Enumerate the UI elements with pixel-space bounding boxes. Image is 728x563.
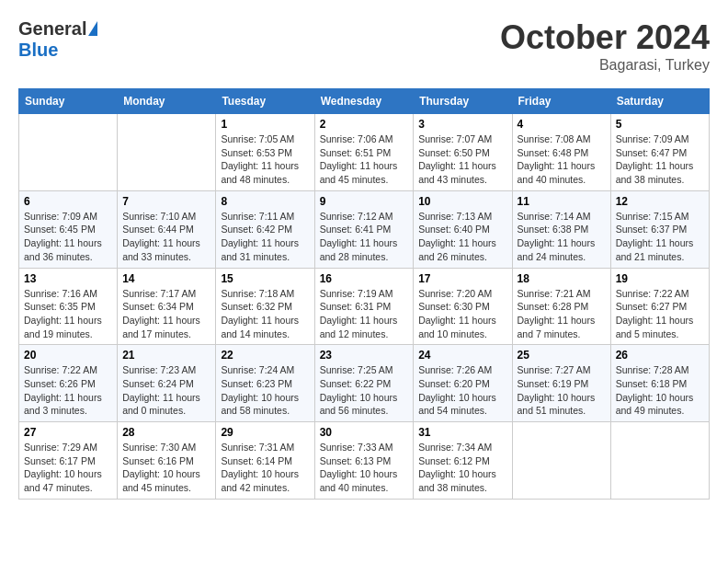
day-number: 8 (221, 195, 309, 208)
calendar-cell: 26Sunrise: 7:28 AM Sunset: 6:18 PM Dayli… (610, 345, 709, 422)
day-info: Sunrise: 7:27 AM Sunset: 6:19 PM Dayligh… (518, 363, 606, 418)
day-number: 3 (418, 118, 506, 131)
day-info: Sunrise: 7:21 AM Sunset: 6:28 PM Dayligh… (518, 287, 606, 341)
day-number: 17 (418, 272, 506, 285)
day-number: 22 (221, 349, 309, 362)
day-number: 29 (221, 426, 309, 439)
day-info: Sunrise: 7:24 AM Sunset: 6:23 PM Dayligh… (221, 363, 309, 418)
logo: General Blue (18, 18, 97, 61)
header-tuesday: Tuesday (216, 89, 314, 114)
day-number: 13 (24, 272, 112, 285)
calendar-cell: 5Sunrise: 7:09 AM Sunset: 6:47 PM Daylig… (610, 114, 709, 191)
day-info: Sunrise: 7:23 AM Sunset: 6:24 PM Dayligh… (122, 363, 210, 418)
day-info: Sunrise: 7:09 AM Sunset: 6:45 PM Dayligh… (24, 210, 112, 264)
day-number: 5 (616, 118, 704, 131)
day-number: 6 (24, 195, 112, 208)
location-text: Bagarasi, Turkey (500, 57, 710, 74)
calendar-week-row: 13Sunrise: 7:16 AM Sunset: 6:35 PM Dayli… (19, 268, 710, 345)
day-info: Sunrise: 7:05 AM Sunset: 6:53 PM Dayligh… (221, 132, 309, 187)
day-number: 15 (221, 272, 309, 285)
day-info: Sunrise: 7:29 AM Sunset: 6:17 PM Dayligh… (24, 441, 112, 495)
day-info: Sunrise: 7:22 AM Sunset: 6:27 PM Dayligh… (616, 287, 704, 341)
calendar-cell: 4Sunrise: 7:08 AM Sunset: 6:48 PM Daylig… (512, 114, 610, 191)
calendar-header-row: SundayMondayTuesdayWednesdayThursdayFrid… (19, 89, 710, 114)
calendar-week-row: 20Sunrise: 7:22 AM Sunset: 6:26 PM Dayli… (19, 345, 710, 422)
day-info: Sunrise: 7:15 AM Sunset: 6:37 PM Dayligh… (616, 210, 704, 264)
calendar-cell: 23Sunrise: 7:25 AM Sunset: 6:22 PM Dayli… (314, 345, 414, 422)
day-info: Sunrise: 7:14 AM Sunset: 6:38 PM Dayligh… (518, 210, 606, 264)
day-info: Sunrise: 7:16 AM Sunset: 6:35 PM Dayligh… (24, 287, 112, 341)
day-info: Sunrise: 7:33 AM Sunset: 6:13 PM Dayligh… (320, 441, 409, 495)
title-block: October 2024 Bagarasi, Turkey (500, 18, 710, 74)
day-info: Sunrise: 7:12 AM Sunset: 6:41 PM Dayligh… (320, 210, 409, 264)
calendar-cell: 7Sunrise: 7:10 AM Sunset: 6:44 PM Daylig… (118, 190, 216, 268)
header-saturday: Saturday (610, 89, 709, 114)
logo-blue-text: Blue (18, 40, 58, 61)
calendar-cell: 30Sunrise: 7:33 AM Sunset: 6:13 PM Dayli… (314, 422, 414, 500)
header-monday: Monday (118, 89, 216, 114)
calendar-cell: 1Sunrise: 7:05 AM Sunset: 6:53 PM Daylig… (216, 114, 314, 191)
calendar-cell: 9Sunrise: 7:12 AM Sunset: 6:41 PM Daylig… (314, 190, 414, 268)
calendar-cell: 21Sunrise: 7:23 AM Sunset: 6:24 PM Dayli… (118, 345, 216, 422)
logo-triangle-icon (88, 21, 97, 36)
calendar-cell: 17Sunrise: 7:20 AM Sunset: 6:30 PM Dayli… (414, 268, 512, 345)
calendar-cell: 25Sunrise: 7:27 AM Sunset: 6:19 PM Dayli… (512, 345, 610, 422)
day-info: Sunrise: 7:25 AM Sunset: 6:22 PM Dayligh… (320, 363, 409, 418)
day-number: 31 (418, 426, 506, 439)
calendar-cell: 31Sunrise: 7:34 AM Sunset: 6:12 PM Dayli… (414, 422, 512, 500)
calendar-cell: 22Sunrise: 7:24 AM Sunset: 6:23 PM Dayli… (216, 345, 314, 422)
calendar-cell (19, 114, 118, 191)
day-number: 11 (518, 195, 606, 208)
day-number: 25 (518, 349, 606, 362)
header-wednesday: Wednesday (314, 89, 414, 114)
day-info: Sunrise: 7:06 AM Sunset: 6:51 PM Dayligh… (320, 132, 409, 187)
day-number: 27 (24, 426, 112, 439)
month-title: October 2024 (500, 18, 710, 57)
day-number: 24 (418, 349, 506, 362)
day-info: Sunrise: 7:08 AM Sunset: 6:48 PM Dayligh… (518, 132, 606, 187)
day-number: 30 (320, 426, 409, 439)
day-info: Sunrise: 7:09 AM Sunset: 6:47 PM Dayligh… (616, 132, 704, 187)
calendar-cell: 11Sunrise: 7:14 AM Sunset: 6:38 PM Dayli… (512, 190, 610, 268)
day-number: 12 (616, 195, 704, 208)
calendar-cell: 3Sunrise: 7:07 AM Sunset: 6:50 PM Daylig… (414, 114, 512, 191)
day-info: Sunrise: 7:17 AM Sunset: 6:34 PM Dayligh… (122, 287, 210, 341)
day-info: Sunrise: 7:34 AM Sunset: 6:12 PM Dayligh… (418, 441, 506, 495)
day-info: Sunrise: 7:22 AM Sunset: 6:26 PM Dayligh… (24, 363, 112, 418)
calendar-week-row: 1Sunrise: 7:05 AM Sunset: 6:53 PM Daylig… (19, 114, 710, 191)
calendar-week-row: 6Sunrise: 7:09 AM Sunset: 6:45 PM Daylig… (19, 190, 710, 268)
day-number: 16 (320, 272, 409, 285)
calendar-cell: 8Sunrise: 7:11 AM Sunset: 6:42 PM Daylig… (216, 190, 314, 268)
day-info: Sunrise: 7:31 AM Sunset: 6:14 PM Dayligh… (221, 441, 309, 495)
day-number: 9 (320, 195, 409, 208)
day-number: 1 (221, 118, 309, 131)
calendar-cell: 19Sunrise: 7:22 AM Sunset: 6:27 PM Dayli… (610, 268, 709, 345)
calendar-cell: 18Sunrise: 7:21 AM Sunset: 6:28 PM Dayli… (512, 268, 610, 345)
calendar-cell: 20Sunrise: 7:22 AM Sunset: 6:26 PM Dayli… (19, 345, 118, 422)
calendar-cell: 27Sunrise: 7:29 AM Sunset: 6:17 PM Dayli… (19, 422, 118, 500)
header-sunday: Sunday (19, 89, 118, 114)
day-info: Sunrise: 7:19 AM Sunset: 6:31 PM Dayligh… (320, 287, 409, 341)
calendar-cell (118, 114, 216, 191)
day-number: 28 (122, 426, 210, 439)
day-info: Sunrise: 7:13 AM Sunset: 6:40 PM Dayligh… (418, 210, 506, 264)
day-number: 2 (320, 118, 409, 131)
day-number: 14 (122, 272, 210, 285)
page-header: General Blue October 2024 Bagarasi, Turk… (18, 18, 710, 74)
day-number: 26 (616, 349, 704, 362)
calendar-cell: 24Sunrise: 7:26 AM Sunset: 6:20 PM Dayli… (414, 345, 512, 422)
calendar-cell: 10Sunrise: 7:13 AM Sunset: 6:40 PM Dayli… (414, 190, 512, 268)
day-info: Sunrise: 7:10 AM Sunset: 6:44 PM Dayligh… (122, 210, 210, 264)
calendar-table: SundayMondayTuesdayWednesdayThursdayFrid… (18, 88, 710, 500)
day-number: 18 (518, 272, 606, 285)
calendar-cell: 28Sunrise: 7:30 AM Sunset: 6:16 PM Dayli… (118, 422, 216, 500)
calendar-cell: 12Sunrise: 7:15 AM Sunset: 6:37 PM Dayli… (610, 190, 709, 268)
calendar-cell: 16Sunrise: 7:19 AM Sunset: 6:31 PM Dayli… (314, 268, 414, 345)
calendar-cell (610, 422, 709, 500)
logo-general-text: General (18, 18, 86, 40)
header-friday: Friday (512, 89, 610, 114)
header-thursday: Thursday (414, 89, 512, 114)
day-info: Sunrise: 7:28 AM Sunset: 6:18 PM Dayligh… (616, 363, 704, 418)
calendar-cell: 15Sunrise: 7:18 AM Sunset: 6:32 PM Dayli… (216, 268, 314, 345)
day-number: 19 (616, 272, 704, 285)
